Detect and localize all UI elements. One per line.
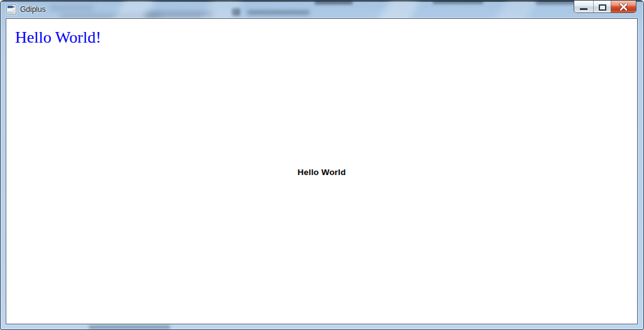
glass-smudge [247,10,310,15]
glass-smudge [433,1,483,4]
glass-smudge [315,1,352,4]
glass-reflection [199,1,243,18]
glass-smudge [60,14,161,18]
maximize-button[interactable] [593,1,611,13]
application-icon[interactable] [6,4,16,14]
window-title: Gdiplus [20,5,46,14]
maximize-icon [599,4,606,11]
app-icon-titlebar-part [8,6,13,8]
glass-reflection [111,1,155,18]
close-button[interactable] [611,1,636,13]
glass-smudge [89,326,170,329]
glass-reflection [493,1,537,18]
client-area: Hello World! Hello World [6,18,638,324]
close-icon [619,3,628,11]
app-icon-body-part [8,9,13,13]
minimize-button[interactable] [574,1,593,13]
app-icon-column-part [13,9,15,13]
center-greeting: Hello World [298,168,346,177]
glass-smudge [50,5,94,11]
greeting-heading: Hello World! [15,28,101,47]
glass-reflection [376,1,420,18]
title-bar[interactable]: Gdiplus [1,1,643,18]
app-icon-dash-part [13,6,14,8]
glass-smudge [536,1,576,4]
glass-smudge [144,11,213,17]
glass-smudge [232,8,240,16]
application-window: Gdiplus Hello World! Hello World [0,0,644,330]
minimize-icon [580,8,587,10]
caption-button-group [574,1,636,13]
